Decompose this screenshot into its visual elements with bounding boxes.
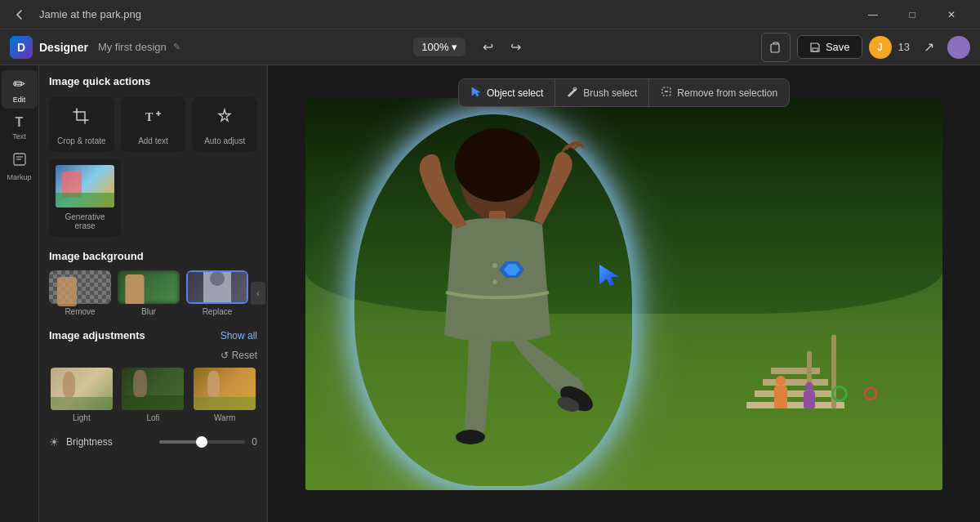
reset-row: ↺ Reset [49, 350, 257, 361]
reset-label: Reset [232, 350, 257, 361]
bg-options: Remove Blur Replace [49, 270, 257, 316]
filter-lofi[interactable]: Lofi [121, 368, 186, 422]
show-all-link[interactable]: Show all [220, 330, 257, 341]
filter-warm-label: Warm [214, 413, 235, 422]
canvas-area: Object select Brush select [268, 65, 980, 522]
brightness-row: ☀ Brightness 0 [49, 432, 257, 452]
bg-remove-thumb[interactable]: Remove [49, 270, 111, 316]
text-label: Text [12, 132, 26, 141]
brush-select-icon [567, 86, 578, 100]
clipboard-button[interactable] [761, 33, 791, 62]
brightness-label: Brightness [66, 436, 153, 448]
titlebar: Jamie at the park.png — □ ✕ [0, 0, 980, 29]
maximize-button[interactable]: □ [893, 0, 931, 29]
selection-toolbar: Object select Brush select [458, 78, 790, 107]
user-avatar: J [869, 36, 892, 59]
zoom-control[interactable]: 100% ▾ [413, 38, 466, 56]
add-text-icon: T [143, 107, 163, 132]
app-brand: Designer [39, 41, 88, 54]
quick-actions-title: Image quick actions [49, 75, 257, 87]
auto-adjust-card[interactable]: Auto adjust [192, 97, 257, 152]
icon-strip: ✏ Edit T Text Markup [0, 65, 39, 522]
collapse-panel-arrow[interactable]: ‹ [251, 282, 265, 305]
adjustments-header: Image adjustments Show all [49, 329, 257, 341]
appbar-right: Save J 13 ↗ [761, 33, 970, 62]
svg-rect-0 [771, 44, 779, 52]
filter-warm-thumb [194, 368, 256, 410]
left-panel: Image quick actions Crop & rotate T [39, 65, 268, 522]
undo-button[interactable]: ↩ [475, 35, 500, 60]
image-background-header: Image background [49, 250, 257, 262]
adjustments-title: Image adjustments [49, 329, 145, 341]
svg-point-19 [492, 263, 497, 268]
remove-from-selection-tool[interactable]: Remove from selection [649, 79, 789, 106]
svg-point-14 [455, 128, 540, 202]
gen-erase-label: Generative erase [56, 212, 114, 230]
brightness-slider[interactable] [159, 440, 246, 444]
filter-light-thumb [51, 368, 113, 410]
zoom-value: 100% [421, 41, 448, 53]
quick-actions-grid: Crop & rotate T Add text [49, 97, 257, 152]
svg-marker-24 [599, 265, 619, 286]
text-icon: T [16, 115, 24, 130]
brightness-value: 0 [252, 436, 257, 448]
gen-erase-thumbnail [56, 165, 114, 207]
filter-light[interactable]: Light [49, 368, 114, 422]
titlebar-controls: — □ ✕ [854, 0, 970, 29]
crop-label: Crop & rotate [57, 136, 105, 145]
svg-point-5 [75, 111, 78, 114]
minimize-button[interactable]: — [854, 0, 892, 29]
redo-button[interactable]: ↪ [503, 35, 528, 60]
share-button[interactable]: ↗ [916, 35, 941, 60]
filter-lofi-thumb [122, 368, 184, 410]
markup-label: Markup [7, 173, 31, 181]
canvas-image[interactable] [305, 98, 942, 490]
replace-bg-preview [186, 270, 248, 304]
sidebar-item-text[interactable]: T Text [2, 110, 38, 145]
edit-icon: ✏ [13, 75, 25, 93]
svg-point-18 [456, 430, 485, 444]
object-select-tool[interactable]: Object select [459, 79, 555, 106]
main-layout: ✏ Edit T Text Markup Image quick actions [0, 65, 980, 522]
remove-bg-label: Remove [65, 307, 95, 316]
sidebar-item-markup[interactable]: Markup [2, 147, 38, 186]
bg-replace-thumb[interactable]: Replace [186, 270, 248, 316]
zoom-chevron-icon: ▾ [452, 41, 457, 53]
design-save-icon[interactable]: ✎ [173, 42, 180, 52]
designer-cursor [596, 261, 626, 294]
crop-rotate-card[interactable]: Crop & rotate [49, 97, 114, 152]
add-text-card[interactable]: T Add text [121, 97, 186, 152]
blur-bg-label: Blur [141, 307, 156, 316]
edit-label: Edit [13, 96, 26, 104]
blur-bg-preview [118, 270, 180, 304]
adjustment-filters: Light Lofi Warm [49, 368, 257, 422]
reset-button[interactable]: ↺ Reset [220, 350, 257, 361]
close-button[interactable]: ✕ [933, 0, 970, 29]
svg-text:T: T [145, 111, 154, 123]
svg-point-20 [492, 279, 497, 284]
bg-blur-thumb[interactable]: Blur [118, 270, 180, 316]
save-button[interactable]: Save [797, 35, 862, 59]
brush-select-label: Brush select [583, 87, 637, 99]
add-text-label: Add text [138, 136, 168, 145]
undo-redo-controls: ↩ ↪ [475, 35, 528, 60]
object-select-label: Object select [487, 87, 543, 99]
design-name[interactable]: My first design [98, 41, 167, 53]
sidebar-item-edit[interactable]: ✏ Edit [2, 70, 38, 109]
filter-warm[interactable]: Warm [192, 368, 257, 422]
auto-adjust-icon [215, 107, 234, 132]
svg-marker-9 [472, 87, 480, 96]
object-select-icon [470, 86, 482, 100]
filter-lofi-label: Lofi [146, 413, 159, 422]
remove-selection-icon [661, 86, 672, 100]
markup-icon [12, 152, 27, 171]
brush-select-tool[interactable]: Brush select [555, 79, 649, 106]
current-user-avatar[interactable] [947, 36, 970, 59]
filter-light-label: Light [73, 413, 91, 422]
slider-thumb[interactable] [196, 436, 207, 448]
gen-erase-card[interactable]: Generative erase [49, 158, 121, 237]
replace-bg-label: Replace [203, 307, 233, 316]
back-button[interactable] [10, 5, 29, 25]
save-label: Save [826, 41, 850, 53]
collab-count: 13 [898, 41, 910, 53]
